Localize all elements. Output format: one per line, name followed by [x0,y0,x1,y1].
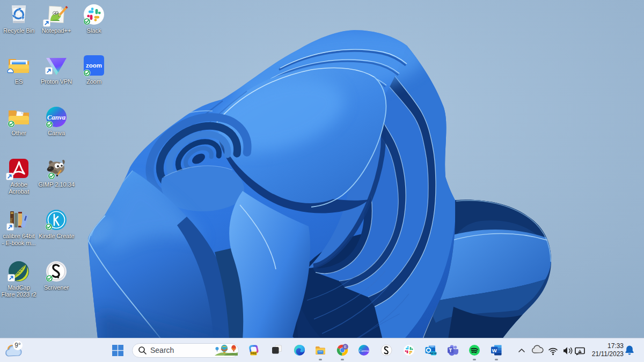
svg-text:Canva: Canva [47,113,66,121]
svg-text:PRE: PRE [251,352,257,355]
svg-text:Canva: Canva [359,349,369,353]
svg-text:E: E [344,345,347,349]
svg-text:zoom: zoom [86,62,102,69]
svg-text:9°: 9° [14,342,21,349]
svg-text:W: W [492,348,497,353]
svg-text:NEW: NEW [430,352,437,355]
